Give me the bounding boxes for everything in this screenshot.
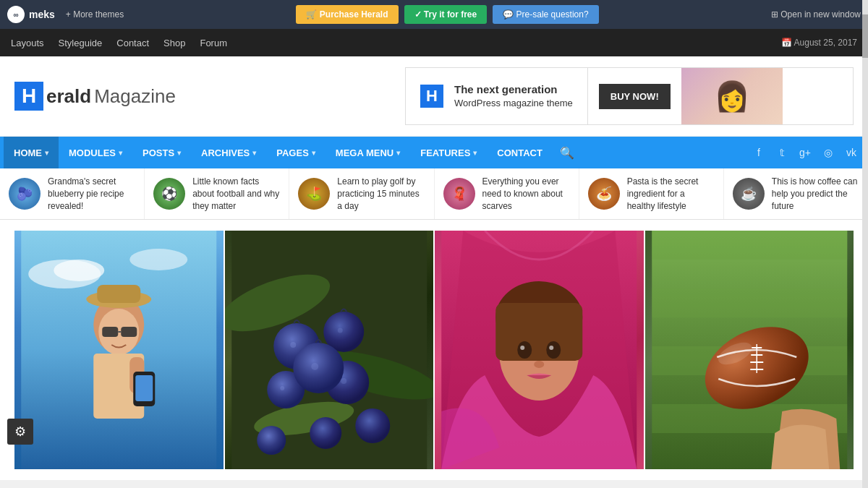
strip-thumb-img-6: ☕ xyxy=(733,178,765,210)
nav-posts-arrow: ▾ xyxy=(177,149,181,157)
strip-thumb-img-1: 🫐 xyxy=(9,178,41,210)
nav-forum[interactable]: Forum xyxy=(200,38,227,48)
svg-rect-8 xyxy=(102,327,118,337)
scrollbar[interactable] xyxy=(862,0,868,480)
nav-posts-label: POSTS xyxy=(142,147,174,158)
slide-panel-3[interactable] xyxy=(435,231,644,469)
strip-text-3: Learn to play golf by practicing 15 minu… xyxy=(337,176,425,212)
nav-features-label: FEATURES xyxy=(420,147,470,158)
svg-rect-9 xyxy=(121,327,137,337)
svg-point-26 xyxy=(341,378,346,384)
svg-point-39 xyxy=(549,346,553,350)
vk-icon[interactable]: vk xyxy=(841,142,862,163)
strip-thumb-4: 🧣 xyxy=(443,178,475,210)
nav-item-contact[interactable]: CONTACT xyxy=(487,137,553,168)
strip-item-3[interactable]: ⛳ Learn to play golf by practicing 15 mi… xyxy=(289,168,434,219)
nav-contact[interactable]: Contact xyxy=(116,38,149,48)
header-banner-ad[interactable]: H The next generation WordPress magazine… xyxy=(405,67,854,125)
instagram-icon[interactable]: ◎ xyxy=(817,142,839,163)
slide-panel-2[interactable] xyxy=(225,231,434,469)
gear-settings-button[interactable]: ⚙ xyxy=(7,419,33,445)
main-content xyxy=(0,220,868,480)
nav-styleguide[interactable]: Styleguide xyxy=(59,38,103,48)
banner-text: The next generation WordPress magazine t… xyxy=(454,82,573,110)
nav-pages-label: PAGES xyxy=(276,147,309,158)
site-logo[interactable]: H erald Magazine xyxy=(14,82,176,111)
strip-thumb-1: 🫐 xyxy=(9,178,41,210)
twitter-icon[interactable]: 𝕥 xyxy=(771,142,793,163)
nav-item-home[interactable]: HOME ▾ xyxy=(4,137,59,168)
svg-point-36 xyxy=(517,341,532,359)
panel-4-image xyxy=(645,231,854,469)
strip-item-4[interactable]: 🧣 Everything you ever need to known abou… xyxy=(435,168,579,219)
logo-h-icon: H xyxy=(14,82,43,111)
nav-item-mega-menu[interactable]: MEGA MENU ▾ xyxy=(326,137,410,168)
strip-item-2[interactable]: ⚽ Little known facts about football and … xyxy=(145,168,289,219)
nav-home-label: HOME xyxy=(14,147,42,158)
banner-person-image: 👩 xyxy=(681,67,783,125)
facebook-icon[interactable]: f xyxy=(748,142,770,163)
svg-point-28 xyxy=(311,363,318,370)
svg-point-27 xyxy=(293,343,344,393)
nav-home-arrow: ▾ xyxy=(45,149,48,157)
nav-megamenu-arrow: ▾ xyxy=(396,149,400,157)
purchase-herald-button[interactable]: 🛒 Purchase Herald xyxy=(296,5,398,24)
strip-thumb-img-4: 🧣 xyxy=(443,178,475,210)
nav-megamenu-label: MEGA MENU xyxy=(336,147,393,158)
meks-logo-icon: ∞ xyxy=(7,6,25,23)
svg-point-29 xyxy=(355,408,390,443)
nav-item-modules[interactable]: MODULES ▾ xyxy=(59,137,132,168)
meks-logo[interactable]: ∞ meks xyxy=(7,6,55,23)
nav-archives-label: ARCHIVES xyxy=(201,147,250,158)
strip-item-6[interactable]: ☕ This is how coffee can help you predic… xyxy=(724,168,868,219)
strip-thumb-5: 🍝 xyxy=(588,178,620,210)
main-nav-items: HOME ▾ MODULES ▾ POSTS ▾ ARCHIVES ▾ PAGE… xyxy=(4,137,582,168)
main-nav: HOME ▾ MODULES ▾ POSTS ▾ ARCHIVES ▾ PAGE… xyxy=(0,137,868,168)
nav-search-icon[interactable]: 🔍 xyxy=(553,146,582,160)
banner-buy-button[interactable]: BUY NOW! xyxy=(599,84,671,109)
panel-3-image xyxy=(435,231,644,469)
nav-pages-arrow: ▾ xyxy=(312,149,315,157)
strip-item-1[interactable]: 🫐 Grandma's secret blueberry pie recipe … xyxy=(0,168,145,219)
strip-text-1: Grandma's secret blueberry pie recipe re… xyxy=(48,176,135,212)
strip-thumb-img-3: ⛳ xyxy=(298,178,330,210)
banner-logo-h: H xyxy=(420,85,443,108)
admin-bar-left: ∞ meks + More themes xyxy=(7,6,124,23)
nav-archives-arrow: ▾ xyxy=(252,149,256,157)
scrollbar-thumb xyxy=(862,14,868,58)
article-strip: 🫐 Grandma's secret blueberry pie recipe … xyxy=(0,168,868,220)
more-themes-link[interactable]: + More themes xyxy=(66,9,124,20)
nav-item-archives[interactable]: ARCHIVES ▾ xyxy=(191,137,266,168)
admin-bar: ∞ meks + More themes 🛒 Purchase Herald ✓… xyxy=(0,0,868,29)
svg-rect-43 xyxy=(652,288,847,317)
googleplus-icon[interactable]: g+ xyxy=(794,142,816,163)
svg-rect-6 xyxy=(97,285,140,303)
presale-button[interactable]: 💬 Pre-sale question? xyxy=(493,5,598,24)
try-free-button[interactable]: ✓ Try it for free xyxy=(404,5,488,24)
svg-point-2 xyxy=(54,260,104,281)
svg-rect-14 xyxy=(135,375,153,401)
svg-rect-35 xyxy=(495,303,582,361)
slide-panel-1[interactable] xyxy=(14,231,224,469)
meks-logo-text: meks xyxy=(29,9,55,20)
nav-contact-label: CONTACT xyxy=(497,147,542,158)
svg-point-31 xyxy=(310,417,341,449)
strip-thumb-3: ⛳ xyxy=(298,178,330,210)
panel-2-image xyxy=(225,231,434,469)
svg-point-37 xyxy=(546,341,561,359)
nav-item-pages[interactable]: PAGES ▾ xyxy=(266,137,326,168)
open-new-window-link[interactable]: ⊞ Open in new window xyxy=(771,9,861,20)
nav-item-posts[interactable]: POSTS ▾ xyxy=(132,137,191,168)
svg-point-30 xyxy=(257,426,286,455)
nav-item-features[interactable]: FEATURES ▾ xyxy=(410,137,487,168)
svg-point-3 xyxy=(129,249,187,270)
nav-layouts[interactable]: Layouts xyxy=(11,38,44,48)
nav-modules-label: MODULES xyxy=(69,147,116,158)
svg-point-40 xyxy=(534,361,544,368)
strip-text-6: This is how coffee can help you predict … xyxy=(772,176,859,212)
banner-image: 👩 xyxy=(681,67,783,125)
slide-panel-4[interactable] xyxy=(645,231,854,469)
strip-text-4: Everything you ever need to known about … xyxy=(482,176,570,212)
strip-item-5[interactable]: 🍝 Pasta is the secret ingredient for a h… xyxy=(579,168,724,219)
nav-shop[interactable]: Shop xyxy=(163,38,185,48)
